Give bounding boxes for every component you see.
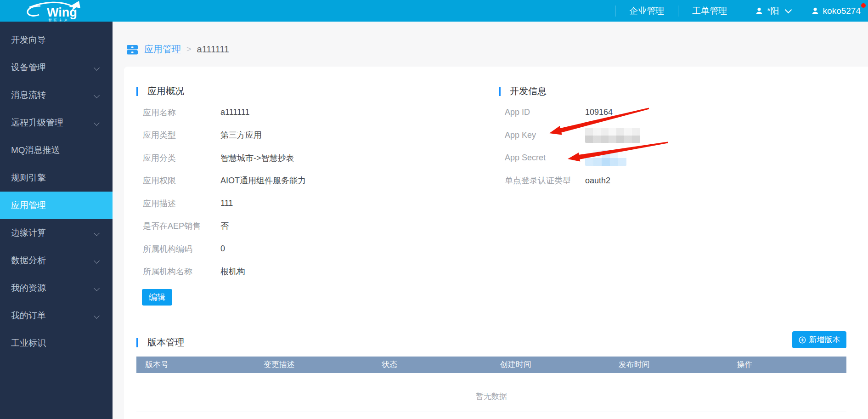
overview-title: 应用概况 [147, 85, 184, 97]
main-content: 应用管理 > a111111 应用概况 应用名称a111111 应用类型第三方应… [113, 22, 868, 419]
devinfo-section-header: 开发信息 [499, 85, 547, 97]
field-row: 单点登录认证类型oauth2 [505, 170, 640, 193]
logo-tagline: 智联未来 [48, 18, 69, 22]
field-row: 应用分类智慧城市->智慧抄表 [143, 147, 306, 170]
plus-circle-icon [799, 336, 806, 344]
chevron-down-icon [94, 65, 100, 71]
versions-section-header: 版本管理 [136, 336, 184, 349]
versions-table-header: 版本号 变更描述 状态 创建时间 发布时间 操作 [136, 357, 846, 373]
sidebar-item-edge-computing[interactable]: 边缘计算 [0, 219, 113, 247]
section-accent-bar [136, 87, 138, 96]
field-row: 应用类型第三方应用 [143, 124, 306, 147]
app-secret-masked-value [585, 150, 626, 166]
field-row: App Key [505, 124, 640, 147]
table-bottom-border [136, 412, 846, 412]
account-menu[interactable]: koko5274 [811, 6, 861, 16]
sidebar-item-data-analysis[interactable]: 数据分析 [0, 247, 113, 274]
top-header: Wing 智联未来 企业管理 工单管理 *阳 koko5274 [0, 0, 868, 22]
nav-enterprise-mgmt[interactable]: 企业管理 [629, 5, 664, 17]
sidebar-item-rule-engine[interactable]: 规则引擎 [0, 164, 113, 192]
app-id-value: 109164 [585, 108, 613, 117]
field-row: 应用权限AIOT通用组件服务能力 [143, 170, 306, 193]
breadcrumb-current: a111111 [197, 44, 229, 55]
section-accent-bar [136, 338, 138, 347]
chevron-down-icon [94, 120, 100, 126]
header-divider [741, 6, 741, 17]
empty-state-text: 暂无数据 [136, 387, 846, 406]
brand-logo: Wing 智联未来 [24, 0, 97, 22]
chevron-down-icon [94, 92, 100, 98]
header-divider [678, 6, 678, 17]
sidebar-item-device-mgmt[interactable]: 设备管理 [0, 54, 113, 81]
app-key-masked-value [585, 128, 640, 143]
header-divider [615, 6, 615, 17]
user-icon [811, 7, 819, 15]
devinfo-title: 开发信息 [510, 85, 547, 97]
chevron-down-icon [94, 230, 100, 236]
field-row: 应用描述111 [143, 192, 306, 215]
section-accent-bar [499, 87, 501, 96]
chevron-down-icon [94, 285, 100, 291]
sidebar-item-ota-mgmt[interactable]: 远程升级管理 [0, 109, 113, 136]
sidebar: 开发向导 设备管理 消息流转 远程升级管理 MQ消息推送 规则引擎 应用管理 边… [0, 22, 113, 419]
account-name: koko5274 [823, 6, 861, 16]
column-header: 状态 [373, 357, 491, 373]
chevron-down-icon [94, 258, 100, 264]
sidebar-item-my-resources[interactable]: 我的资源 [0, 274, 113, 302]
field-row: 应用名称a111111 [143, 101, 306, 124]
field-row: App ID109164 [505, 101, 640, 124]
notification-dot [861, 3, 866, 8]
column-header: 创建时间 [491, 357, 610, 373]
nav-workorder-mgmt[interactable]: 工单管理 [692, 5, 727, 17]
sso-auth-type-value: oauth2 [585, 176, 610, 186]
field-row: 是否在AEP销售否 [143, 215, 306, 238]
column-header: 发布时间 [610, 357, 728, 373]
edit-button[interactable]: 编辑 [142, 289, 172, 306]
app-stack-icon [126, 44, 138, 56]
column-header: 操作 [728, 357, 846, 373]
field-row: 所属机构编码0 [143, 238, 306, 260]
sidebar-item-mq-push[interactable]: MQ消息推送 [0, 136, 113, 164]
overview-section-header: 应用概况 [136, 85, 184, 97]
breadcrumb-app-mgmt-link[interactable]: 应用管理 [144, 43, 181, 56]
versions-title: 版本管理 [147, 336, 184, 349]
add-version-button[interactable]: 新增版本 [792, 331, 846, 348]
devinfo-fields: App ID109164 App Key App Secret 单点登录认证类型… [505, 101, 640, 192]
breadcrumb-separator: > [186, 45, 192, 54]
field-row: App Secret [505, 147, 640, 170]
detail-card: 应用概况 应用名称a111111 应用类型第三方应用 应用分类智慧城市->智慧抄… [124, 67, 868, 419]
column-header: 版本号 [136, 357, 255, 373]
user-icon [755, 7, 763, 15]
column-header: 变更描述 [255, 357, 373, 373]
overview-fields: 应用名称a111111 应用类型第三方应用 应用分类智慧城市->智慧抄表 应用权… [143, 101, 306, 283]
field-row: 所属机构名称根机构 [143, 260, 306, 283]
sidebar-item-my-orders[interactable]: 我的订单 [0, 302, 113, 329]
sidebar-item-dev-guide[interactable]: 开发向导 [0, 26, 113, 54]
sidebar-item-industrial-id[interactable]: 工业标识 [0, 329, 113, 357]
chevron-down-icon [784, 6, 792, 13]
user-menu[interactable]: *阳 [755, 5, 790, 17]
breadcrumb: 应用管理 > a111111 [126, 43, 229, 56]
sidebar-item-message-flow[interactable]: 消息流转 [0, 81, 113, 109]
chevron-down-icon [94, 313, 100, 319]
user-name: *阳 [767, 5, 779, 17]
logo-text: Wing [47, 6, 77, 19]
sidebar-item-app-mgmt[interactable]: 应用管理 [0, 192, 113, 219]
